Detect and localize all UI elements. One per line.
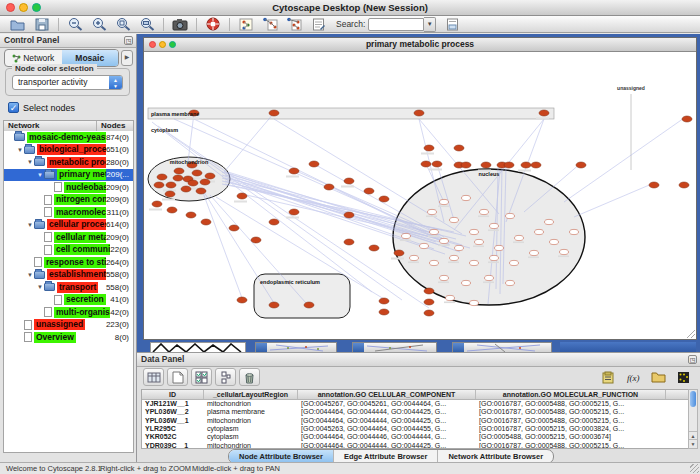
- table-cell[interactable]: [GO:0044464, GO:0044446, GO:0044444, G..…: [298, 433, 476, 441]
- select-all-attributes-button[interactable]: [191, 368, 212, 386]
- search-dropdown-button[interactable]: ▼: [424, 17, 436, 32]
- column-header[interactable]: annotation.GO MOLECULAR_FUNCTION: [476, 390, 666, 399]
- table-row[interactable]: YKR052Ccytoplasm[GO:0044464, GO:0044446,…: [142, 433, 688, 441]
- column-header[interactable]: _cellularLayoutRegion: [204, 390, 298, 399]
- background-window-fragment[interactable]: [255, 342, 337, 352]
- network-overlay-button[interactable]: [284, 17, 304, 32]
- tree-row[interactable]: Overview8(0): [4, 331, 133, 344]
- tree-row[interactable]: nucleobase-209(0): [4, 181, 133, 194]
- network-window-titlebar[interactable]: primary metabolic process: [144, 38, 696, 52]
- table-cell[interactable]: [GO:0045267, GO:0045261, GO:0044464, G..…: [298, 400, 476, 408]
- close-button[interactable]: [6, 3, 15, 12]
- snapshot-button[interactable]: [170, 17, 190, 32]
- function-builder-button[interactable]: f(x): [623, 368, 644, 386]
- region-plasma-membrane[interactable]: [148, 108, 554, 119]
- window-zoom-button[interactable]: [169, 41, 176, 48]
- link-selection-button[interactable]: [260, 17, 280, 32]
- tree-row[interactable]: nitrogen compo209(0): [4, 194, 133, 207]
- table-cell[interactable]: [GO:0016787, GO:0005488, GO:0005215, G..…: [476, 442, 666, 449]
- tree-row[interactable]: response to stimulu264(0): [4, 256, 133, 269]
- tree-row[interactable]: ▼establishment of lo558(0): [4, 269, 133, 282]
- attribute-table[interactable]: ID_cellularLayoutRegionannotation.GO CEL…: [141, 389, 689, 449]
- canvas-resize-grip[interactable]: [687, 330, 695, 338]
- background-window-fragment[interactable]: [452, 342, 552, 352]
- table-row[interactable]: YPL036W__1mitochondrion[GO:0044464, GO:0…: [142, 417, 688, 425]
- table-cell[interactable]: [GO:0044464, GO:0044444, GO:0044425, G..…: [298, 417, 476, 425]
- tree-row[interactable]: ▼biological_process651(0): [4, 144, 133, 157]
- window-minimize-button[interactable]: [159, 41, 166, 48]
- table-row[interactable]: YDR039C__1mitochondrion[GO:0044464, GO:0…: [142, 441, 688, 449]
- network-graph[interactable]: plasma membranecytoplasmmitochondrionnuc…: [144, 52, 696, 339]
- minimize-button[interactable]: [19, 3, 28, 12]
- disclosure-triangle-icon[interactable]: ▼: [16, 147, 24, 153]
- search-options-button[interactable]: [442, 17, 462, 32]
- resize-grip[interactable]: [690, 464, 699, 473]
- table-cell[interactable]: YJR121W__1: [142, 400, 204, 408]
- table-cell[interactable]: [GO:0016787, GO:0005488, GO:0005215, G..…: [476, 417, 666, 425]
- tree-row[interactable]: ▼primary metabo209(...: [4, 169, 133, 182]
- open-session-button[interactable]: [8, 17, 28, 32]
- table-cell[interactable]: mitochondrion: [204, 442, 298, 449]
- create-attribute-button[interactable]: [167, 368, 188, 386]
- table-cell[interactable]: [GO:0005488, GO:0005215, GO:0003674]: [476, 433, 666, 441]
- tree-row[interactable]: cell communicat22(0): [4, 244, 133, 257]
- table-row[interactable]: YLR295Ccytoplasm[GO:0045263, GO:0044464,…: [142, 425, 688, 433]
- tree-row[interactable]: secretion41(0): [4, 294, 133, 307]
- zoom-fit-button[interactable]: [137, 17, 157, 32]
- zoom-out-button[interactable]: [65, 17, 85, 32]
- matrix-view-button[interactable]: [673, 368, 694, 386]
- table-cell[interactable]: YPL036W__2: [142, 408, 204, 416]
- table-cell[interactable]: [GO:0016787, GO:0005488, GO:0005215, G..…: [476, 408, 666, 416]
- table-cell[interactable]: cytoplasm: [204, 433, 298, 441]
- help-button[interactable]: [203, 17, 223, 32]
- import-attributes-button[interactable]: [648, 368, 669, 386]
- zoom-window-button[interactable]: [32, 3, 41, 12]
- disclosure-triangle-icon[interactable]: ▼: [36, 172, 44, 178]
- node-color-dropdown[interactable]: transporter activity ▲▼: [12, 75, 123, 90]
- scroll-down-icon[interactable]: ▼: [689, 439, 697, 448]
- table-row[interactable]: YJR121W__1mitochondrion[GO:0045267, GO:0…: [142, 400, 688, 408]
- window-close-button[interactable]: [149, 41, 156, 48]
- column-header[interactable]: annotation.GO CELLULAR_COMPONENT: [298, 390, 476, 399]
- save-session-button[interactable]: [32, 17, 52, 32]
- table-cell[interactable]: mitochondrion: [204, 417, 298, 425]
- float-panel-icon[interactable]: ◳: [688, 355, 697, 364]
- disclosure-triangle-icon[interactable]: ▼: [26, 159, 34, 165]
- tabs-overflow-button[interactable]: ▶: [121, 50, 133, 66]
- table-cell[interactable]: [GO:0016787, GO:0005488, GO:0005215, G..…: [476, 400, 666, 408]
- network-canvas[interactable]: plasma membranecytoplasmmitochondrionnuc…: [144, 52, 696, 339]
- background-window-fragment[interactable]: [560, 342, 696, 352]
- zoom-selected-region-button[interactable]: [113, 17, 133, 32]
- table-cell[interactable]: [GO:0045263, GO:0044464, GO:0044455, G..…: [298, 425, 476, 433]
- tree-row[interactable]: ▼cellular process614(0): [4, 219, 133, 232]
- network-view-window[interactable]: primary metabolic process plasma membran…: [143, 37, 697, 340]
- network-tree[interactable]: mosaic-demo-yeast874(0)▼biological_proce…: [3, 131, 134, 453]
- select-nodes-checkbox[interactable]: ✓: [8, 102, 19, 113]
- tree-row[interactable]: ▼metabolic process280(0): [4, 156, 133, 169]
- graphics-details-button[interactable]: [236, 17, 256, 32]
- table-cell[interactable]: [GO:0044464, GO:0044444, GO:0044425, G..…: [298, 442, 476, 449]
- annotations-button[interactable]: [308, 17, 328, 32]
- tree-row[interactable]: multi-organism pro42(0): [4, 306, 133, 319]
- tree-row[interactable]: cellular metabo209(0): [4, 231, 133, 244]
- disclosure-triangle-icon[interactable]: ▼: [26, 222, 34, 228]
- table-cell[interactable]: YPL036W__1: [142, 417, 204, 425]
- table-cell[interactable]: [GO:0044464, GO:0044444, GO:0044425, G..…: [298, 408, 476, 416]
- background-window-fragment[interactable]: [150, 342, 246, 352]
- tree-row[interactable]: mosaic-demo-yeast874(0): [4, 131, 133, 144]
- select-attributes-button[interactable]: [143, 368, 164, 386]
- attribute-batch-editor-button[interactable]: [598, 368, 619, 386]
- disclosure-triangle-icon[interactable]: ▼: [26, 272, 34, 278]
- float-panel-icon[interactable]: ◳: [124, 36, 133, 45]
- table-cell[interactable]: YKR052C: [142, 433, 204, 441]
- table-cell[interactable]: mitochondrion: [204, 400, 298, 408]
- zoom-in-button[interactable]: [89, 17, 109, 32]
- unselect-all-attributes-button[interactable]: [215, 368, 236, 386]
- table-scrollbar[interactable]: ▲ ▼: [688, 389, 698, 449]
- table-row[interactable]: YPL036W__2plasma membrane[GO:0044464, GO…: [142, 408, 688, 416]
- tree-row[interactable]: macromolecule311(0): [4, 206, 133, 219]
- scrollbar-thumb[interactable]: [690, 391, 696, 407]
- tree-row[interactable]: ▼transport558(0): [4, 281, 133, 294]
- background-window-fragment[interactable]: [352, 342, 437, 352]
- delete-attribute-button[interactable]: [239, 368, 260, 386]
